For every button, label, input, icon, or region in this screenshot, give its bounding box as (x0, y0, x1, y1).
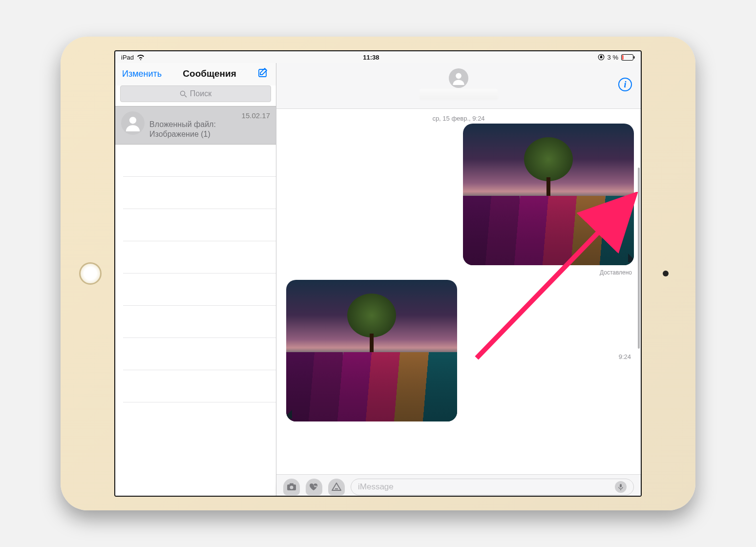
sent-image-message[interactable] (463, 124, 634, 265)
svg-rect-12 (290, 483, 294, 485)
info-button[interactable]: i (618, 78, 632, 91)
conversation-item[interactable]: 15.02.17 Вложенный файл: Изображение (1) (115, 106, 276, 145)
svg-point-7 (129, 117, 136, 124)
search-icon (180, 90, 187, 98)
conversation-pane: i ср, 15 февр., 9:24 9:24 Доставлено (276, 63, 641, 496)
avatar-icon (121, 111, 145, 135)
wifi-icon (137, 54, 145, 60)
front-camera (663, 271, 669, 276)
status-bar: iPad 11:38 3 % (115, 51, 641, 63)
appstore-icon[interactable] (328, 479, 345, 495)
battery-icon (621, 54, 635, 61)
device-label: iPad (121, 54, 134, 61)
message-time-1: 9:24 (619, 197, 631, 204)
digital-touch-icon[interactable] (306, 479, 322, 495)
delivered-label: Доставлено (600, 269, 632, 276)
conversation-date: 15.02.17 (242, 111, 270, 120)
contact-name-redacted (420, 89, 498, 100)
clock: 11:38 (363, 54, 379, 61)
svg-point-8 (456, 73, 462, 79)
conversation-sidebar: Изменить Сообщения Поиск 15.02.17 Вло (115, 63, 276, 496)
scrollbar[interactable] (638, 168, 640, 469)
svg-rect-3 (634, 56, 635, 59)
message-placeholder: iMessage (358, 482, 615, 492)
screen: iPad 11:38 3 % Изменить (114, 50, 642, 497)
image-attachment[interactable] (463, 124, 634, 265)
contact-avatar[interactable] (449, 68, 468, 88)
message-time-2: 9:24 (619, 353, 631, 360)
svg-rect-2 (622, 55, 624, 60)
conversation-header: i (276, 63, 641, 109)
date-separator: ср, 15 февр., 9:24 (276, 115, 641, 122)
orientation-lock-icon (598, 54, 605, 61)
svg-point-11 (290, 485, 294, 489)
sidebar-empty-rows (115, 145, 276, 496)
camera-icon[interactable] (283, 479, 300, 495)
conversation-preview-2: Изображение (1) (149, 129, 270, 139)
conversation-preview-1: Вложенный файл: (149, 120, 270, 129)
search-input[interactable]: Поиск (120, 85, 271, 102)
message-input[interactable]: iMessage (351, 479, 634, 495)
image-attachment[interactable] (286, 280, 457, 421)
ipad-frame: iPad 11:38 3 % Изменить (61, 37, 695, 510)
battery-label: 3 % (608, 54, 618, 61)
svg-rect-14 (620, 484, 622, 487)
edit-button[interactable]: Изменить (122, 69, 162, 79)
svg-line-6 (185, 95, 187, 97)
compose-bar: iMessage (276, 474, 641, 497)
sidebar-title: Сообщения (183, 68, 236, 79)
search-placeholder: Поиск (190, 89, 211, 98)
message-thread[interactable]: ср, 15 февр., 9:24 9:24 Доставлено (276, 109, 641, 474)
received-image-message[interactable] (286, 280, 457, 421)
compose-button[interactable] (257, 67, 269, 81)
home-button[interactable] (79, 262, 102, 285)
svg-point-5 (180, 91, 185, 95)
microphone-icon[interactable] (615, 481, 627, 493)
